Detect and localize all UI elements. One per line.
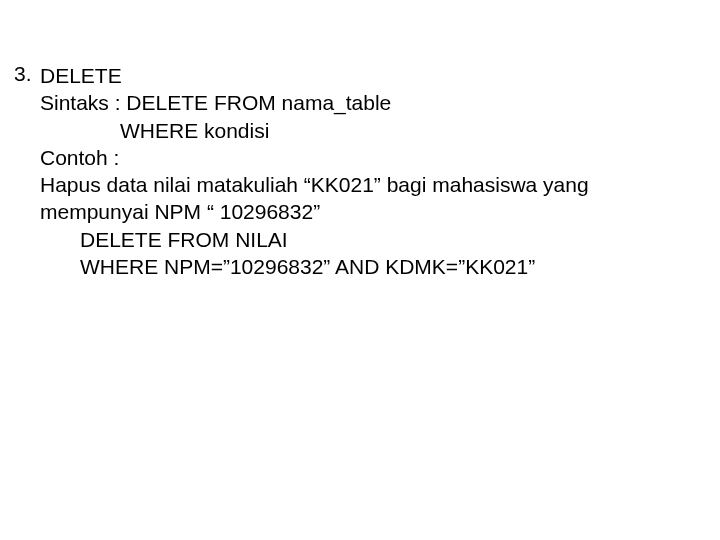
- item-title: DELETE: [40, 62, 720, 89]
- sql-line-2: WHERE NPM=”10296832” AND KDMK=”KK021”: [40, 253, 720, 280]
- syntax-line-2: WHERE kondisi: [40, 117, 720, 144]
- list-number: 3.: [14, 62, 40, 280]
- example-desc-1: Hapus data nilai matakuliah “KK021” bagi…: [40, 171, 720, 198]
- example-label: Contoh :: [40, 144, 720, 171]
- syntax-line-1: Sintaks : DELETE FROM nama_table: [40, 89, 720, 116]
- list-content: DELETE Sintaks : DELETE FROM nama_table …: [40, 62, 720, 280]
- sql-line-1: DELETE FROM NILAI: [40, 226, 720, 253]
- example-desc-2: mempunyai NPM “ 10296832”: [40, 198, 720, 225]
- numbered-list-item: 3. DELETE Sintaks : DELETE FROM nama_tab…: [14, 62, 720, 280]
